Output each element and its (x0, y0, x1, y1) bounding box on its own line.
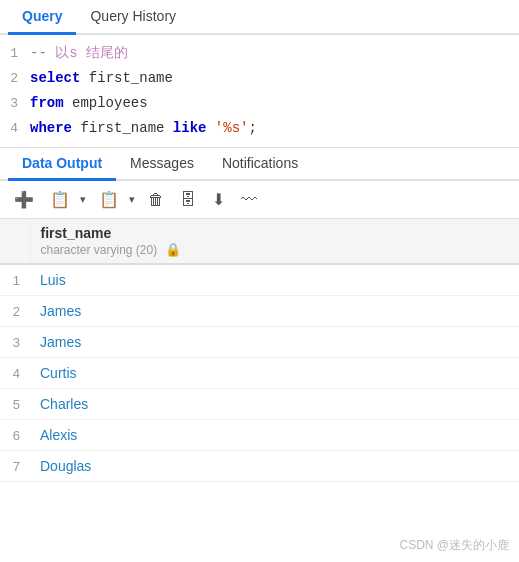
table-row: 7Douglas (0, 451, 519, 482)
row-number: 7 (0, 451, 30, 482)
delete-button[interactable]: 🗑 (142, 187, 170, 213)
tab-query[interactable]: Query (8, 0, 76, 35)
code-token: -- (30, 45, 55, 61)
line-content-2: select first_name (30, 67, 519, 90)
code-token: like (173, 120, 207, 136)
row-number: 2 (0, 296, 30, 327)
add-row-button[interactable]: ➕ (8, 186, 40, 213)
tab-notifications[interactable]: Notifications (208, 148, 312, 181)
row-number: 4 (0, 358, 30, 389)
tab-messages[interactable]: Messages (116, 148, 208, 181)
line-content-1: -- 以s 结尾的 (30, 42, 519, 65)
download-button[interactable]: ⬇ (206, 186, 231, 213)
row-first-name: James (30, 327, 519, 358)
table-header-row: first_name character varying (20) 🔒 (0, 219, 519, 264)
table-row: 4Curtis (0, 358, 519, 389)
table-row: 1Luis (0, 264, 519, 296)
line-num-4: 4 (0, 118, 30, 139)
paste-button[interactable]: 📋 (93, 186, 125, 213)
paste-dropdown: 📋 ▾ (93, 186, 138, 213)
code-line-2: 2 select first_name (0, 66, 519, 91)
code-token: select (30, 70, 80, 86)
lock-icon: 🔒 (165, 242, 181, 257)
top-tab-bar: Query Query History (0, 0, 519, 35)
code-line-4: 4 where first_name like '%s'; (0, 116, 519, 141)
tab-query-history[interactable]: Query History (76, 0, 190, 35)
code-token: ; (248, 120, 256, 136)
code-token: '%s' (215, 120, 249, 136)
code-token: 以s 结尾的 (55, 45, 128, 61)
code-token: where (30, 120, 72, 136)
line-num-3: 3 (0, 93, 30, 114)
line-content-3: from employees (30, 92, 519, 115)
code-line-1: 1-- 以s 结尾的 (0, 41, 519, 66)
code-token: first_name (72, 120, 173, 136)
copy-button[interactable]: 📋 (44, 186, 76, 213)
row-first-name: Charles (30, 389, 519, 420)
bottom-tab-bar: Data Output Messages Notifications (0, 148, 519, 181)
row-first-name: James (30, 296, 519, 327)
copy-dropdown: 📋 ▾ (44, 186, 89, 213)
data-toolbar: ➕ 📋 ▾ 📋 ▾ 🗑 🗄 ⬇ 〰 (0, 181, 519, 219)
data-table-wrap: first_name character varying (20) 🔒 1Lui… (0, 219, 519, 562)
line-num-1: 1 (0, 43, 30, 64)
col-first-name-label: first_name (41, 225, 112, 241)
table-row: 6Alexis (0, 420, 519, 451)
line-content-4: where first_name like '%s'; (30, 117, 519, 140)
code-token (206, 120, 214, 136)
db-button[interactable]: 🗄 (174, 187, 202, 213)
row-number: 5 (0, 389, 30, 420)
col-first-name-header: first_name character varying (20) 🔒 (30, 219, 519, 264)
result-table: first_name character varying (20) 🔒 1Lui… (0, 219, 519, 482)
row-number: 6 (0, 420, 30, 451)
row-first-name: Luis (30, 264, 519, 296)
paste-dropdown-button[interactable]: ▾ (126, 189, 138, 210)
table-row: 5Charles (0, 389, 519, 420)
row-first-name: Curtis (30, 358, 519, 389)
row-number: 1 (0, 264, 30, 296)
row-first-name: Alexis (30, 420, 519, 451)
app-container: Query Query History 1-- 以s 结尾的2 select f… (0, 0, 519, 562)
data-output-section: Data Output Messages Notifications ➕ 📋 ▾… (0, 148, 519, 562)
code-token: from (30, 95, 64, 111)
copy-dropdown-button[interactable]: ▾ (77, 189, 89, 210)
tab-data-output[interactable]: Data Output (8, 148, 116, 181)
line-num-2: 2 (0, 68, 30, 89)
col-first-name-type: character varying (20) (41, 243, 158, 257)
chart-button[interactable]: 〰 (235, 187, 263, 213)
sql-editor[interactable]: 1-- 以s 结尾的2 select first_name3 from empl… (0, 35, 519, 148)
table-row: 2James (0, 296, 519, 327)
watermark: CSDN @迷失的小鹿 (399, 537, 509, 554)
table-row: 3James (0, 327, 519, 358)
code-line-3: 3 from employees (0, 91, 519, 116)
row-first-name: Douglas (30, 451, 519, 482)
row-number: 3 (0, 327, 30, 358)
code-token: first_name (80, 70, 172, 86)
code-token: employees (64, 95, 148, 111)
